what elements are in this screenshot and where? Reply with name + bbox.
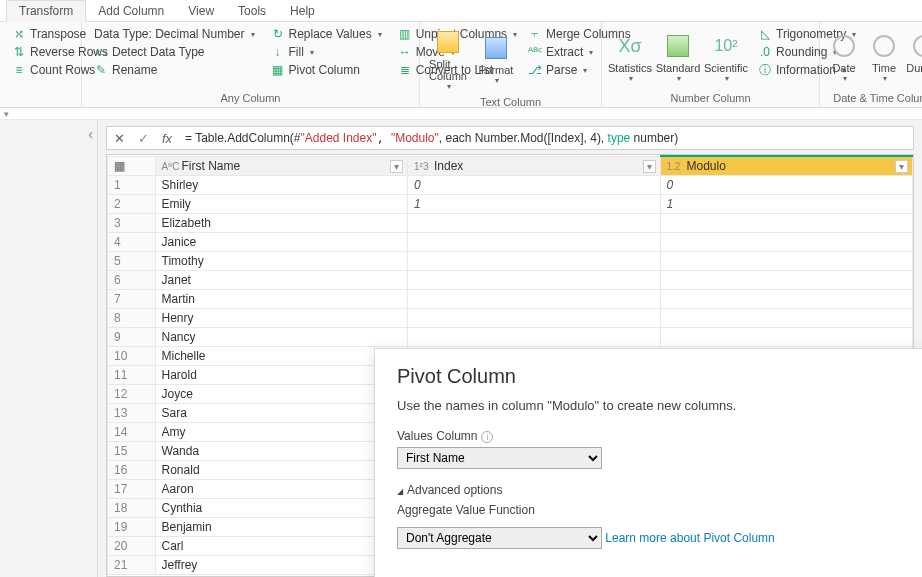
row-number[interactable]: 12: [108, 385, 156, 404]
tab-tools[interactable]: Tools: [226, 1, 278, 21]
replace-values-button[interactable]: ↻Replace Values▾: [267, 26, 386, 42]
cell-modulo[interactable]: 0: [660, 176, 913, 195]
cancel-formula-button[interactable]: ✕: [107, 131, 131, 146]
cell-index[interactable]: [408, 214, 660, 233]
cell-modulo[interactable]: 1: [660, 195, 913, 214]
table-row[interactable]: 9Nancy: [108, 328, 913, 347]
cell-first-name[interactable]: Nancy: [155, 328, 407, 347]
fx-icon[interactable]: fx: [155, 131, 179, 146]
cell-first-name[interactable]: Henry: [155, 309, 407, 328]
aggregate-select[interactable]: Don't Aggregate: [397, 527, 602, 549]
cell-modulo[interactable]: [660, 233, 913, 252]
filter-icon[interactable]: ▾: [390, 160, 403, 173]
col-first-name[interactable]: AᴮCFirst Name▾: [155, 156, 407, 176]
table-row[interactable]: 7Martin: [108, 290, 913, 309]
cell-first-name[interactable]: Ronald: [155, 461, 407, 480]
cell-first-name[interactable]: Michelle: [155, 347, 407, 366]
cell-modulo[interactable]: [660, 271, 913, 290]
cell-first-name[interactable]: Carl: [155, 537, 407, 556]
learn-more-link[interactable]: Learn more about Pivot Column: [605, 531, 774, 545]
duration-button[interactable]: Duratio▾: [904, 24, 922, 91]
tab-help[interactable]: Help: [278, 1, 327, 21]
cell-first-name[interactable]: Benjamin: [155, 518, 407, 537]
cell-index[interactable]: 0: [408, 176, 660, 195]
row-number[interactable]: 13: [108, 404, 156, 423]
standard-button[interactable]: Standard▾: [654, 24, 702, 91]
cell-index[interactable]: [408, 252, 660, 271]
cell-first-name[interactable]: Janet: [155, 271, 407, 290]
row-number[interactable]: 14: [108, 423, 156, 442]
tab-view[interactable]: View: [176, 1, 226, 21]
filter-icon[interactable]: ▾: [895, 160, 908, 173]
row-number[interactable]: 9: [108, 328, 156, 347]
row-number[interactable]: 6: [108, 271, 156, 290]
pivot-column-button[interactable]: ▦Pivot Column: [267, 62, 386, 78]
tab-transform[interactable]: Transform: [6, 0, 86, 22]
formula-input[interactable]: = Table.AddColumn(#"Added Index", "Modul…: [179, 129, 913, 147]
cell-index[interactable]: [408, 271, 660, 290]
row-number[interactable]: 15: [108, 442, 156, 461]
values-column-select[interactable]: First Name: [397, 447, 602, 469]
advanced-toggle[interactable]: Advanced options: [397, 483, 922, 497]
row-number[interactable]: 1: [108, 176, 156, 195]
cell-first-name[interactable]: Martin: [155, 290, 407, 309]
row-number[interactable]: 17: [108, 480, 156, 499]
row-header-corner[interactable]: ▦: [108, 156, 156, 176]
cell-first-name[interactable]: Elizabeth: [155, 214, 407, 233]
fill-button[interactable]: ↓Fill▾: [267, 44, 386, 60]
cell-index[interactable]: [408, 290, 660, 309]
tab-add-column[interactable]: Add Column: [86, 1, 176, 21]
data-type-button[interactable]: Data Type: Decimal Number▾: [90, 26, 259, 42]
row-number[interactable]: 7: [108, 290, 156, 309]
time-button[interactable]: Time▾: [864, 24, 904, 91]
cell-first-name[interactable]: Aaron: [155, 480, 407, 499]
row-number[interactable]: 11: [108, 366, 156, 385]
row-number[interactable]: 20: [108, 537, 156, 556]
cell-index[interactable]: [408, 233, 660, 252]
table-row[interactable]: 3Elizabeth: [108, 214, 913, 233]
rename-button[interactable]: ✎Rename: [90, 62, 259, 78]
cell-index[interactable]: [408, 328, 660, 347]
cell-first-name[interactable]: Shirley: [155, 176, 407, 195]
cell-first-name[interactable]: Cynthia: [155, 499, 407, 518]
scientific-button[interactable]: 10²Scientific▾: [702, 24, 750, 91]
cell-first-name[interactable]: Janice: [155, 233, 407, 252]
cell-index[interactable]: [408, 309, 660, 328]
row-number[interactable]: 21: [108, 556, 156, 575]
format-button[interactable]: Format▾: [472, 24, 520, 95]
row-number[interactable]: 18: [108, 499, 156, 518]
collapse-icon[interactable]: ‹: [88, 126, 93, 142]
row-number[interactable]: 4: [108, 233, 156, 252]
cell-first-name[interactable]: Joyce: [155, 385, 407, 404]
row-number[interactable]: 2: [108, 195, 156, 214]
cell-modulo[interactable]: [660, 309, 913, 328]
cell-first-name[interactable]: Amy: [155, 423, 407, 442]
detect-type-button[interactable]: ▭Detect Data Type: [90, 44, 259, 60]
cell-first-name[interactable]: Emily: [155, 195, 407, 214]
cell-modulo[interactable]: [660, 214, 913, 233]
row-number[interactable]: 5: [108, 252, 156, 271]
col-index[interactable]: 1²3Index▾: [408, 156, 660, 176]
cell-first-name[interactable]: Timothy: [155, 252, 407, 271]
cell-first-name[interactable]: Wanda: [155, 442, 407, 461]
info-icon[interactable]: i: [481, 431, 493, 443]
chevron-down-icon[interactable]: ▾: [4, 109, 9, 119]
row-number[interactable]: 10: [108, 347, 156, 366]
table-row[interactable]: 6Janet: [108, 271, 913, 290]
cell-modulo[interactable]: [660, 290, 913, 309]
row-number[interactable]: 19: [108, 518, 156, 537]
accept-formula-button[interactable]: ✓: [131, 131, 155, 146]
table-row[interactable]: 2Emily11: [108, 195, 913, 214]
date-button[interactable]: Date▾: [824, 24, 864, 91]
cell-modulo[interactable]: [660, 252, 913, 271]
col-modulo[interactable]: 1.2Modulo▾: [660, 156, 913, 176]
row-number[interactable]: 16: [108, 461, 156, 480]
split-column-button[interactable]: Split Column▾: [424, 24, 472, 95]
cell-first-name[interactable]: Harold: [155, 366, 407, 385]
row-number[interactable]: 3: [108, 214, 156, 233]
row-number[interactable]: 8: [108, 309, 156, 328]
cell-first-name[interactable]: Sara: [155, 404, 407, 423]
statistics-button[interactable]: XσStatistics▾: [606, 24, 654, 91]
cell-index[interactable]: 1: [408, 195, 660, 214]
table-row[interactable]: 5Timothy: [108, 252, 913, 271]
